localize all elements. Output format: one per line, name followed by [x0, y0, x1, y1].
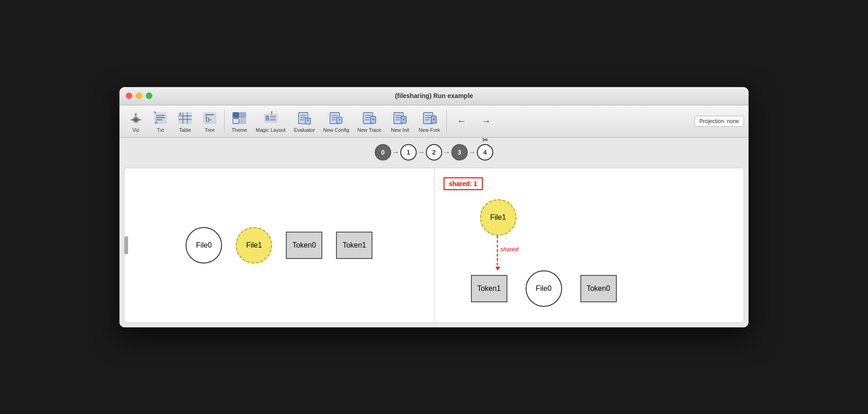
separator-1	[224, 110, 225, 133]
timeline-node-2[interactable]: 2	[426, 144, 442, 160]
projection-label: Projection: none	[699, 118, 739, 124]
edge-label: shared	[501, 246, 519, 253]
right-graph: File1 shared Token1	[444, 199, 735, 307]
file1-right-node: File1	[480, 199, 517, 236]
new-init-label: New Init	[391, 127, 409, 133]
viz-icon	[128, 110, 144, 126]
new-config-button[interactable]: New Config	[320, 108, 353, 135]
toolbar: Viz A Txt	[119, 105, 749, 138]
table-button[interactable]: A Table	[173, 108, 197, 135]
arrow-head	[496, 267, 500, 270]
svg-rect-24	[233, 112, 239, 117]
projection-selector[interactable]: Projection: none	[694, 116, 744, 127]
txt-icon: A	[152, 110, 169, 126]
timeline: 0 → 1 → 2 → 3 → ✂ 4	[375, 144, 493, 160]
forward-arrow-icon: →	[478, 113, 494, 129]
svg-text:A: A	[155, 120, 158, 125]
token0-left-node: Token0	[286, 232, 322, 259]
main-window: (filesharing) Run example Viz	[119, 87, 749, 327]
tree-label: Tree	[205, 127, 215, 133]
viz-button[interactable]: Viz	[124, 108, 148, 135]
minimize-button[interactable]	[136, 93, 142, 99]
timeline-arrow-23: →	[443, 148, 450, 156]
txt-label: Txt	[157, 127, 164, 133]
bottom-row: Token1 File0 Token0	[471, 270, 617, 307]
traffic-lights	[126, 93, 152, 99]
svg-point-1	[134, 118, 138, 122]
magic-layout-icon	[263, 110, 279, 126]
theme-button[interactable]: Theme	[227, 108, 251, 135]
timeline-arrow-12: →	[418, 148, 425, 156]
maximize-button[interactable]	[146, 93, 152, 99]
file0-right-node: File0	[526, 270, 562, 307]
svg-rect-31	[270, 118, 276, 120]
timeline-arrow-01: →	[392, 148, 399, 156]
new-init-icon	[392, 110, 408, 126]
timeline-node-3[interactable]: 3	[451, 144, 468, 160]
separator-2	[446, 110, 447, 133]
magic-layout-label: Magic Layout	[256, 127, 285, 133]
magic-layout-button[interactable]: Magic Layout	[252, 108, 289, 135]
table-label: Table	[179, 127, 191, 133]
timeline-node-0[interactable]: 0	[375, 144, 391, 160]
file0-left-node: File0	[186, 227, 222, 264]
edge-line: shared	[497, 236, 498, 270]
window-title: (filesharing) Run example	[395, 92, 473, 99]
tree-button[interactable]: Tree	[198, 108, 222, 135]
theme-label: Theme	[232, 127, 247, 133]
evaluator-icon	[296, 110, 313, 126]
svg-text:A: A	[179, 112, 182, 116]
new-trace-label: New Trace	[357, 127, 382, 133]
svg-rect-29	[265, 115, 269, 120]
token1-left-node: Token1	[336, 232, 372, 259]
back-button[interactable]: ←	[450, 111, 473, 131]
evaluator-label: Evaluator	[294, 127, 315, 133]
new-trace-icon	[361, 110, 377, 126]
close-button[interactable]	[126, 93, 132, 99]
canvas-area: File0 File1 Token0 Token1 shared: 1	[124, 168, 744, 323]
forward-button[interactable]: →	[474, 111, 498, 131]
new-fork-button[interactable]: New Fork	[415, 108, 444, 135]
new-fork-label: New Fork	[418, 127, 440, 133]
timeline-node-1[interactable]: 1	[400, 144, 417, 160]
file1-left-node: File1	[236, 227, 272, 264]
svg-rect-16	[203, 112, 216, 124]
new-config-icon	[328, 110, 344, 126]
theme-icon	[231, 110, 248, 126]
svg-rect-25	[240, 112, 246, 117]
new-config-label: New Config	[323, 127, 349, 133]
txt-button[interactable]: A Txt	[149, 108, 172, 135]
timeline-arrow-34: →	[469, 148, 476, 156]
svg-rect-38	[305, 118, 310, 124]
scissors-icon: ✂	[482, 136, 488, 145]
svg-rect-27	[240, 118, 246, 123]
viz-label: Viz	[132, 127, 139, 133]
title-bar: (filesharing) Run example	[119, 87, 749, 105]
svg-rect-26	[233, 118, 239, 123]
shared-badge: shared: 1	[444, 177, 483, 190]
svg-marker-32	[271, 111, 273, 113]
table-icon: A	[177, 110, 193, 126]
edge-container: shared	[497, 236, 498, 272]
main-content: 0 → 1 → 2 → 3 → ✂ 4	[119, 138, 749, 327]
timeline-node-4-wrapper: ✂ 4	[477, 144, 493, 160]
new-fork-icon	[421, 110, 438, 126]
right-panel: shared: 1 File1 shared	[434, 168, 744, 322]
token1-right-node: Token1	[471, 275, 507, 302]
evaluator-button[interactable]: Evaluator	[290, 108, 318, 135]
left-panel: File0 File1 Token0 Token1	[124, 168, 434, 322]
svg-rect-30	[270, 115, 276, 118]
back-arrow-icon: ←	[453, 113, 470, 129]
timeline-node-4[interactable]: 4	[477, 144, 493, 160]
token0-right-node: Token0	[580, 275, 617, 302]
tree-icon	[202, 110, 218, 126]
new-init-button[interactable]: New Init	[386, 108, 414, 135]
new-trace-button[interactable]: New Trace	[354, 108, 385, 135]
file1-right-wrapper: File1	[480, 199, 517, 236]
